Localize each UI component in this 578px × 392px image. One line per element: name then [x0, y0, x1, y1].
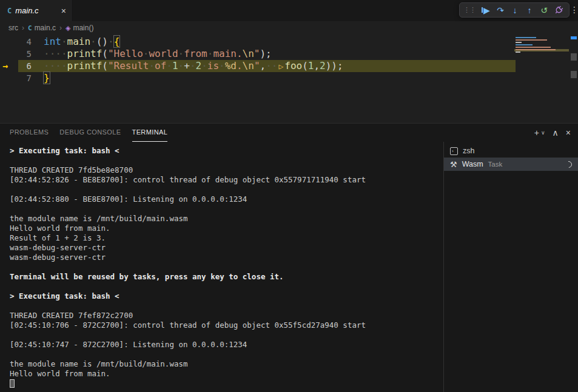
code-text: ····printf("Hello·world·from·main.\n"); [32, 48, 516, 60]
code-token: · [207, 48, 213, 59]
panel-tab-terminal[interactable]: TERMINAL [132, 124, 168, 142]
step-out-button[interactable]: ↑ [522, 4, 537, 17]
editor-tab-bar: C main.c × ⋮⋮ ▶↷↓↑↺ ⋮ [0, 0, 578, 21]
code-token: 1 [172, 60, 178, 71]
code-line-7[interactable]: 7} [0, 72, 516, 84]
code-token: printf [67, 48, 102, 59]
more-actions-icon[interactable]: ⋮ [570, 5, 578, 15]
code-token: ( [102, 60, 108, 71]
code-token: · [149, 60, 155, 71]
code-token: \n [243, 48, 254, 59]
restart-button[interactable]: ↺ [537, 4, 551, 17]
code-token: " [254, 60, 260, 71]
code-token: of [155, 60, 166, 71]
continue-icon: ▶ [483, 5, 490, 15]
terminal-line: [02:44:52:880 - BE8E8700]: Listening on … [10, 194, 443, 204]
code-token: main. [213, 48, 242, 59]
terminal-tabs-sidebar: ›zsh⚒WasmTask [443, 142, 578, 392]
vscode-window: C main.c × ⋮⋮ ▶↷↓↑↺ ⋮ src › C main.c › ◈… [0, 0, 578, 392]
terminal-list-item-wasm[interactable]: ⚒WasmTask [444, 158, 578, 171]
code-token: int [44, 36, 61, 47]
editor-lines: 4int·main·()·{5····printf("Hello·world·f… [0, 36, 516, 84]
breadcrumb-src[interactable]: src [8, 24, 18, 32]
minimap-mark [516, 49, 556, 50]
terminal-line [10, 350, 443, 359]
code-token: main [67, 36, 91, 47]
code-token: · [178, 48, 184, 59]
breadcrumb-main-c[interactable]: C main.c [28, 24, 56, 32]
code-token: printf [67, 60, 102, 71]
code-token: , [260, 60, 266, 71]
inline-run-icon: ▷ [277, 62, 284, 71]
terminal-output: > Executing task: bash < THREAD CREATED … [10, 146, 443, 388]
toolbar-drag-handle-icon[interactable]: ⋮⋮ [463, 6, 476, 14]
gutter [0, 72, 18, 84]
terminal-profile-chevron-icon[interactable]: ∨ [541, 130, 545, 136]
code-token: · [143, 48, 149, 59]
minimap-mark [516, 47, 551, 48]
code-token: foo [284, 60, 302, 71]
terminal-viewport[interactable]: > Executing task: bash < THREAD CREATED … [0, 142, 443, 392]
step-over-icon: ↷ [497, 5, 504, 15]
code-token: %d [225, 60, 237, 71]
c-file-icon: C [7, 7, 12, 15]
disconnect-button[interactable] [551, 4, 566, 17]
ruler-mark [571, 71, 577, 78]
panel-actions: + ∨ ∧ × [534, 128, 571, 138]
code-token: · [190, 60, 196, 71]
continue-button[interactable]: ▶ [479, 4, 493, 17]
minimap-mark [516, 44, 533, 45]
ruler-mark [571, 36, 577, 39]
minimap-mark [516, 42, 522, 43]
terminal-line: Terminal will be reused by tasks, press … [10, 272, 443, 282]
code-token: "Result [108, 60, 149, 71]
terminal-line: wasm-debug-server-ctr [10, 243, 443, 253]
code-token: 1 [308, 60, 314, 71]
terminal-line [10, 379, 443, 388]
code-line-6[interactable]: →6····printf("Result·of·1·+·2·is·%d.\n",… [0, 60, 516, 72]
terminal-line: [02:45:10:747 - 872C2700]: Listening on … [10, 340, 443, 350]
line-number: 5 [18, 48, 32, 60]
step-over-button[interactable]: ↷ [493, 4, 508, 17]
panel-tabs: PROBLEMSDEBUG CONSOLETERMINAL [10, 124, 178, 142]
panel-tab-problems[interactable]: PROBLEMS [10, 124, 49, 142]
code-token: . [237, 60, 243, 71]
tab-main-c[interactable]: C main.c × [0, 0, 72, 21]
panel-tab-debug-console[interactable]: DEBUG CONSOLE [59, 124, 121, 142]
code-token: () [96, 36, 108, 47]
restart-icon: ↺ [540, 5, 548, 15]
code-token: world [149, 48, 178, 59]
tab-close-icon[interactable]: × [61, 6, 66, 16]
step-into-icon: ↓ [513, 5, 517, 15]
code-token: ·· [266, 60, 277, 71]
step-out-icon: ↑ [528, 5, 532, 15]
code-token: is [207, 60, 219, 71]
close-panel-icon[interactable]: × [566, 128, 571, 138]
code-token: )); [326, 60, 343, 71]
terminal-line: the module name is /mnt/build/main.wasm [10, 359, 443, 369]
step-into-button[interactable]: ↓ [508, 4, 522, 17]
code-line-4[interactable]: 4int·main·()·{ [0, 36, 516, 48]
maximize-panel-icon[interactable]: ∧ [553, 128, 559, 138]
code-editor[interactable]: 4int·main·()·{5····printf("Hello·world·f… [0, 35, 578, 123]
bottom-panel: PROBLEMSDEBUG CONSOLETERMINAL + ∨ ∧ × > … [0, 123, 578, 392]
chevron-right-icon: › [59, 24, 62, 32]
code-token: "Hello [108, 48, 143, 59]
terminal-line: [02:45:10:706 - 872C2700]: control threa… [10, 321, 443, 330]
minimap[interactable] [514, 36, 569, 96]
code-line-5[interactable]: 5····printf("Hello·world·from·main.\n"); [0, 48, 516, 60]
code-token: + [184, 60, 190, 71]
code-token: · [201, 60, 207, 71]
code-text: } [32, 72, 516, 84]
code-token: { [114, 36, 120, 47]
terminal-icon: › [450, 147, 458, 155]
code-token: ( [302, 60, 308, 71]
terminal-list-item-zsh[interactable]: ›zsh [444, 144, 578, 158]
terminal-line: wasm-debug-server-ctr [10, 253, 443, 262]
terminal-label: zsh [463, 147, 474, 155]
code-token: \n [243, 60, 254, 71]
breadcrumb-main-symbol[interactable]: ◈ main() [66, 24, 93, 32]
code-token: ···· [44, 60, 67, 71]
new-terminal-icon[interactable]: + [534, 128, 539, 138]
code-token: · [90, 36, 96, 47]
